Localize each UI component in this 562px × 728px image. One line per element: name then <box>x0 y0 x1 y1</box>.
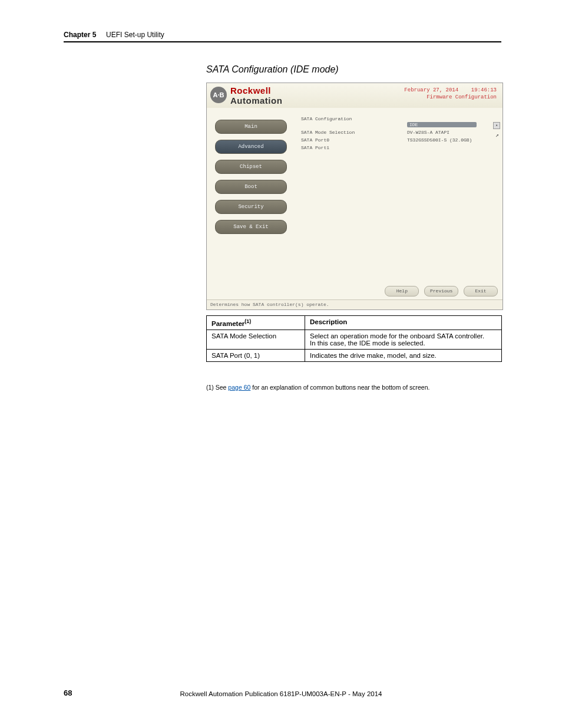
row-label-2: SATA Port1 <box>301 145 395 150</box>
sidebar-item-chipset[interactable]: Chipset <box>215 160 287 174</box>
header-rule <box>64 41 501 42</box>
section-title: SATA Configuration (IDE mode) <box>206 64 339 75</box>
sidebar-item-advanced[interactable]: Advanced <box>215 140 287 154</box>
brand-text: Rockwell Automation <box>230 87 282 107</box>
chapter-label: Chapter 5 <box>64 31 96 39</box>
bios-status-bar: Determines how SATA controller(s) operat… <box>207 299 503 309</box>
cell-desc-1: Indicates the drive make, model, and siz… <box>305 349 502 361</box>
content-heading: SATA Configuration <box>301 116 395 121</box>
sata-port0-value: DV-W28S-A ATAPI <box>407 130 495 135</box>
exit-button[interactable]: Exit <box>464 286 498 297</box>
brand-line2: Automation <box>230 95 282 106</box>
row-label-1: SATA Port0 <box>301 137 395 143</box>
footnote-link[interactable]: page 60 <box>228 384 250 391</box>
previous-button[interactable]: Previous <box>424 286 458 297</box>
bios-content-values: IDE DV-W28S-A ATAPI TS32GSSD500I-S (32.0… <box>407 122 495 143</box>
table-row: SATA Mode Selection Select an operation … <box>207 330 502 349</box>
th-description: Description <box>305 316 502 330</box>
sidebar-item-boot[interactable]: Boot <box>215 180 287 194</box>
sidebar-item-security[interactable]: Security <box>215 200 287 214</box>
footnote: (1) See page 60 for an explanation of co… <box>206 384 429 391</box>
running-header: Chapter 5 UEFI Set-up Utility <box>64 31 164 39</box>
publication-line: Rockwell Automation Publication 6181P-UM… <box>0 690 562 697</box>
brand-line1: Rockwell <box>230 85 271 95</box>
scroll-up-icon[interactable]: ▴ <box>493 122 500 129</box>
cell-desc-0: Select an operation mode for the onboard… <box>305 330 502 349</box>
bios-action-row: Help Previous Exit <box>382 286 498 297</box>
sidebar-item-main[interactable]: Main <box>215 120 287 134</box>
bios-brand-bar: A·B Rockwell Automation February 27, 201… <box>207 83 503 108</box>
cursor-icon: ↖ <box>495 131 499 139</box>
bios-screenshot: A·B Rockwell Automation February 27, 201… <box>206 83 503 310</box>
ab-logo-icon: A·B <box>210 87 227 103</box>
cell-param-1: SATA Port (0, 1) <box>207 349 305 361</box>
bios-body: Main Advanced Chipset Boot Security Save… <box>207 108 503 300</box>
table-row: SATA Port (0, 1) Indicates the drive mak… <box>207 349 502 361</box>
bios-time: 19:46:13 <box>471 87 497 93</box>
sidebar-item-save-exit[interactable]: Save & Exit <box>215 220 287 234</box>
bios-sidebar: Main Advanced Chipset Boot Security Save… <box>215 120 286 240</box>
chapter-title: UEFI Set-up Utility <box>106 31 164 39</box>
help-button[interactable]: Help <box>385 286 419 297</box>
parameter-table: Parameter(1) Description SATA Mode Selec… <box>206 315 502 362</box>
cell-param-0: SATA Mode Selection <box>207 330 305 349</box>
sata-mode-value[interactable]: IDE <box>407 122 477 127</box>
bios-date: February 27, 2014 <box>404 87 458 93</box>
bios-content-labels: SATA Configuration SATA Mode Selection S… <box>301 114 395 153</box>
th-parameter: Parameter(1) <box>207 316 305 330</box>
row-label-0: SATA Mode Selection <box>301 130 395 135</box>
sata-port1-value: TS32GSSD500I-S (32.0GB) <box>407 137 495 143</box>
brand-right: February 27, 2014 19:46:13 Firmware Conf… <box>404 87 497 101</box>
bios-subtitle: Firmware Configuration <box>427 94 497 100</box>
